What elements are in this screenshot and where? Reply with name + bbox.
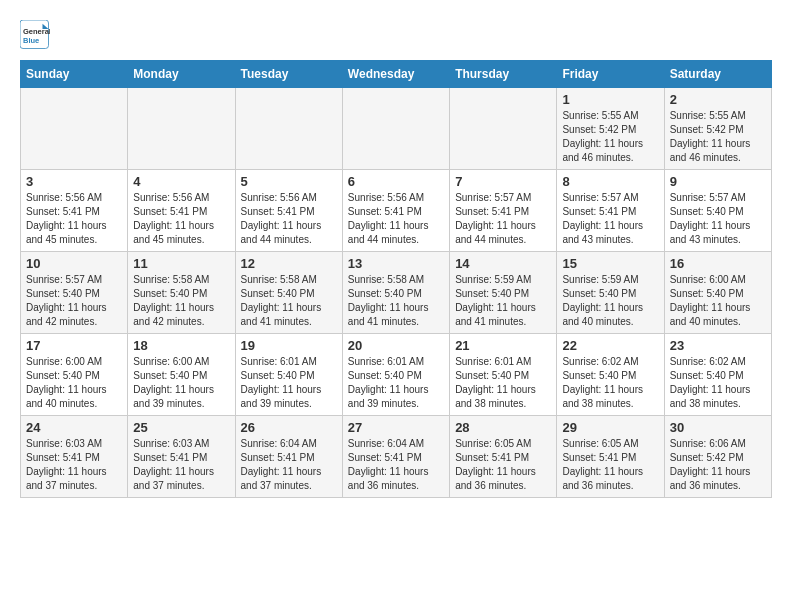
calendar-cell: 29Sunrise: 6:05 AM Sunset: 5:41 PM Dayli…: [557, 416, 664, 498]
day-info: Sunrise: 6:02 AM Sunset: 5:40 PM Dayligh…: [562, 355, 658, 411]
calendar-week-row: 10Sunrise: 5:57 AM Sunset: 5:40 PM Dayli…: [21, 252, 772, 334]
day-number: 7: [455, 174, 551, 189]
calendar-header-row: SundayMondayTuesdayWednesdayThursdayFrid…: [21, 61, 772, 88]
day-info: Sunrise: 5:56 AM Sunset: 5:41 PM Dayligh…: [241, 191, 337, 247]
calendar-cell: 23Sunrise: 6:02 AM Sunset: 5:40 PM Dayli…: [664, 334, 771, 416]
day-number: 18: [133, 338, 229, 353]
day-info: Sunrise: 6:04 AM Sunset: 5:41 PM Dayligh…: [241, 437, 337, 493]
column-header-thursday: Thursday: [450, 61, 557, 88]
calendar-cell: [21, 88, 128, 170]
calendar-cell: 17Sunrise: 6:00 AM Sunset: 5:40 PM Dayli…: [21, 334, 128, 416]
calendar-cell: 24Sunrise: 6:03 AM Sunset: 5:41 PM Dayli…: [21, 416, 128, 498]
day-info: Sunrise: 6:05 AM Sunset: 5:41 PM Dayligh…: [455, 437, 551, 493]
column-header-saturday: Saturday: [664, 61, 771, 88]
day-number: 9: [670, 174, 766, 189]
day-number: 29: [562, 420, 658, 435]
day-number: 12: [241, 256, 337, 271]
day-number: 6: [348, 174, 444, 189]
calendar-cell: 21Sunrise: 6:01 AM Sunset: 5:40 PM Dayli…: [450, 334, 557, 416]
calendar-cell: 25Sunrise: 6:03 AM Sunset: 5:41 PM Dayli…: [128, 416, 235, 498]
day-number: 5: [241, 174, 337, 189]
day-info: Sunrise: 5:55 AM Sunset: 5:42 PM Dayligh…: [670, 109, 766, 165]
day-number: 17: [26, 338, 122, 353]
column-header-monday: Monday: [128, 61, 235, 88]
day-number: 16: [670, 256, 766, 271]
column-header-friday: Friday: [557, 61, 664, 88]
day-info: Sunrise: 6:01 AM Sunset: 5:40 PM Dayligh…: [455, 355, 551, 411]
day-number: 23: [670, 338, 766, 353]
day-info: Sunrise: 5:57 AM Sunset: 5:41 PM Dayligh…: [562, 191, 658, 247]
day-info: Sunrise: 5:58 AM Sunset: 5:40 PM Dayligh…: [348, 273, 444, 329]
column-header-sunday: Sunday: [21, 61, 128, 88]
day-info: Sunrise: 5:57 AM Sunset: 5:41 PM Dayligh…: [455, 191, 551, 247]
calendar-cell: 20Sunrise: 6:01 AM Sunset: 5:40 PM Dayli…: [342, 334, 449, 416]
day-number: 25: [133, 420, 229, 435]
day-info: Sunrise: 5:59 AM Sunset: 5:40 PM Dayligh…: [562, 273, 658, 329]
day-number: 28: [455, 420, 551, 435]
day-info: Sunrise: 6:03 AM Sunset: 5:41 PM Dayligh…: [133, 437, 229, 493]
calendar-cell: 15Sunrise: 5:59 AM Sunset: 5:40 PM Dayli…: [557, 252, 664, 334]
day-info: Sunrise: 6:00 AM Sunset: 5:40 PM Dayligh…: [133, 355, 229, 411]
day-number: 3: [26, 174, 122, 189]
day-info: Sunrise: 5:55 AM Sunset: 5:42 PM Dayligh…: [562, 109, 658, 165]
page-header: General Blue: [20, 20, 772, 50]
calendar-cell: 8Sunrise: 5:57 AM Sunset: 5:41 PM Daylig…: [557, 170, 664, 252]
calendar-week-row: 3Sunrise: 5:56 AM Sunset: 5:41 PM Daylig…: [21, 170, 772, 252]
calendar-cell: [235, 88, 342, 170]
day-info: Sunrise: 5:56 AM Sunset: 5:41 PM Dayligh…: [26, 191, 122, 247]
day-number: 11: [133, 256, 229, 271]
day-number: 24: [26, 420, 122, 435]
calendar-cell: 9Sunrise: 5:57 AM Sunset: 5:40 PM Daylig…: [664, 170, 771, 252]
day-info: Sunrise: 5:56 AM Sunset: 5:41 PM Dayligh…: [133, 191, 229, 247]
day-info: Sunrise: 5:59 AM Sunset: 5:40 PM Dayligh…: [455, 273, 551, 329]
day-info: Sunrise: 5:58 AM Sunset: 5:40 PM Dayligh…: [241, 273, 337, 329]
calendar-cell: 2Sunrise: 5:55 AM Sunset: 5:42 PM Daylig…: [664, 88, 771, 170]
day-number: 15: [562, 256, 658, 271]
day-number: 2: [670, 92, 766, 107]
day-number: 8: [562, 174, 658, 189]
svg-text:Blue: Blue: [23, 36, 39, 45]
day-info: Sunrise: 5:57 AM Sunset: 5:40 PM Dayligh…: [670, 191, 766, 247]
day-number: 1: [562, 92, 658, 107]
calendar-cell: 13Sunrise: 5:58 AM Sunset: 5:40 PM Dayli…: [342, 252, 449, 334]
column-header-wednesday: Wednesday: [342, 61, 449, 88]
day-info: Sunrise: 6:04 AM Sunset: 5:41 PM Dayligh…: [348, 437, 444, 493]
calendar-cell: 4Sunrise: 5:56 AM Sunset: 5:41 PM Daylig…: [128, 170, 235, 252]
day-number: 22: [562, 338, 658, 353]
calendar-cell: 10Sunrise: 5:57 AM Sunset: 5:40 PM Dayli…: [21, 252, 128, 334]
day-info: Sunrise: 5:56 AM Sunset: 5:41 PM Dayligh…: [348, 191, 444, 247]
logo-icon: General Blue: [20, 20, 50, 50]
column-header-tuesday: Tuesday: [235, 61, 342, 88]
day-number: 21: [455, 338, 551, 353]
calendar-cell: [128, 88, 235, 170]
calendar-cell: 26Sunrise: 6:04 AM Sunset: 5:41 PM Dayli…: [235, 416, 342, 498]
calendar-cell: 19Sunrise: 6:01 AM Sunset: 5:40 PM Dayli…: [235, 334, 342, 416]
calendar-cell: 6Sunrise: 5:56 AM Sunset: 5:41 PM Daylig…: [342, 170, 449, 252]
day-info: Sunrise: 6:00 AM Sunset: 5:40 PM Dayligh…: [670, 273, 766, 329]
calendar-cell: 27Sunrise: 6:04 AM Sunset: 5:41 PM Dayli…: [342, 416, 449, 498]
calendar-cell: 7Sunrise: 5:57 AM Sunset: 5:41 PM Daylig…: [450, 170, 557, 252]
calendar-cell: 1Sunrise: 5:55 AM Sunset: 5:42 PM Daylig…: [557, 88, 664, 170]
day-number: 19: [241, 338, 337, 353]
day-info: Sunrise: 6:06 AM Sunset: 5:42 PM Dayligh…: [670, 437, 766, 493]
calendar-week-row: 17Sunrise: 6:00 AM Sunset: 5:40 PM Dayli…: [21, 334, 772, 416]
day-info: Sunrise: 6:01 AM Sunset: 5:40 PM Dayligh…: [348, 355, 444, 411]
calendar-cell: 14Sunrise: 5:59 AM Sunset: 5:40 PM Dayli…: [450, 252, 557, 334]
day-info: Sunrise: 6:02 AM Sunset: 5:40 PM Dayligh…: [670, 355, 766, 411]
day-number: 14: [455, 256, 551, 271]
day-info: Sunrise: 6:05 AM Sunset: 5:41 PM Dayligh…: [562, 437, 658, 493]
calendar-cell: 30Sunrise: 6:06 AM Sunset: 5:42 PM Dayli…: [664, 416, 771, 498]
day-info: Sunrise: 5:58 AM Sunset: 5:40 PM Dayligh…: [133, 273, 229, 329]
calendar-cell: 28Sunrise: 6:05 AM Sunset: 5:41 PM Dayli…: [450, 416, 557, 498]
calendar-cell: [342, 88, 449, 170]
day-info: Sunrise: 6:03 AM Sunset: 5:41 PM Dayligh…: [26, 437, 122, 493]
calendar-cell: 11Sunrise: 5:58 AM Sunset: 5:40 PM Dayli…: [128, 252, 235, 334]
logo: General Blue: [20, 20, 55, 50]
day-number: 30: [670, 420, 766, 435]
day-info: Sunrise: 6:01 AM Sunset: 5:40 PM Dayligh…: [241, 355, 337, 411]
day-number: 13: [348, 256, 444, 271]
day-info: Sunrise: 6:00 AM Sunset: 5:40 PM Dayligh…: [26, 355, 122, 411]
calendar-cell: [450, 88, 557, 170]
day-info: Sunrise: 5:57 AM Sunset: 5:40 PM Dayligh…: [26, 273, 122, 329]
calendar-week-row: 24Sunrise: 6:03 AM Sunset: 5:41 PM Dayli…: [21, 416, 772, 498]
